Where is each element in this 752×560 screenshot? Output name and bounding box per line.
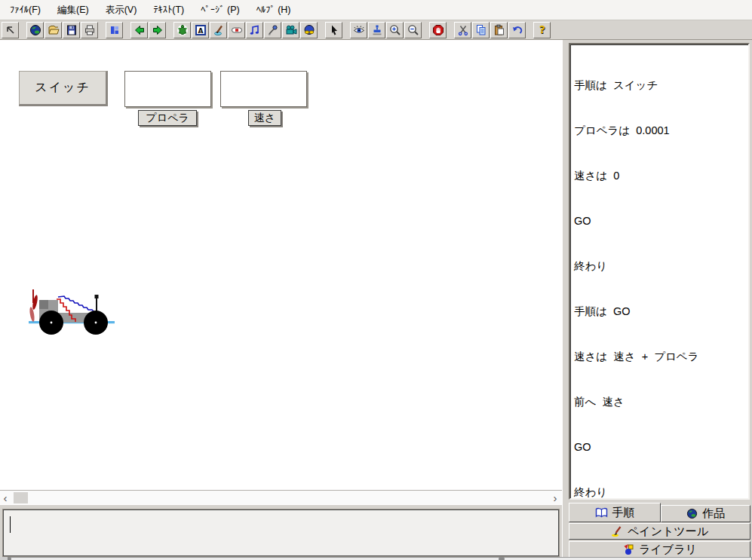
melody-button[interactable] [246,22,263,38]
undo-icon [511,24,523,36]
undo-button[interactable] [508,22,526,38]
movie-camera-icon [285,24,297,36]
paste-icon [493,24,505,36]
speed-textbox[interactable] [220,71,307,107]
page-layout-icon [109,24,121,36]
pen-tool-button[interactable] [210,22,227,38]
speed-textbox-label: 速さ [248,110,281,126]
forward-button[interactable] [149,22,166,38]
zoom-in-button[interactable] [386,22,404,38]
paste-button[interactable] [490,22,508,38]
switch-button[interactable]: スイッチ [19,71,108,106]
presentation-button[interactable] [300,22,318,38]
turtle-car-drawing[interactable] [26,286,118,338]
paintbrush-icon [611,525,623,537]
shapes-icon [622,543,634,555]
code-line: 前へ 速さ [574,394,747,409]
page-canvas[interactable]: スイッチ プロペラ 速さ [0,40,562,490]
code-line: GO [574,213,747,228]
copy-icon [475,24,487,36]
back-arrow-icon [134,24,146,36]
eye-button[interactable] [350,22,367,38]
copy-button[interactable] [472,22,490,38]
text-caret [10,516,11,533]
melody-icon [249,24,261,36]
open-folder-icon [48,24,60,36]
print-button[interactable] [81,22,98,38]
zoom-in-icon [389,24,401,36]
menu-help[interactable]: ﾍﾙﾌﾟ (H) [248,1,299,19]
zoom-out-button[interactable] [404,22,422,38]
right-panel: 手順は スイッチ プロペラは 0.0001 速さは 0 GO 終わり 手順は G… [562,40,752,560]
command-input[interactable] [3,510,559,556]
tab-paint-tools-label: ペイントツール [628,525,708,539]
save-button[interactable] [63,22,80,38]
help-icon: ?? [536,24,548,36]
zoom-out-icon [407,24,419,36]
svg-text:A: A [198,26,203,34]
scrollbar-thumb[interactable] [14,492,28,503]
code-line: 速さは 速さ + プロペラ [574,349,747,364]
pen-tool-icon [213,24,225,36]
tab-library[interactable]: ライブラリ [569,541,750,558]
stop-hand-icon [432,24,444,36]
scroll-left-arrow[interactable]: ‹ [0,491,11,504]
menu-page[interactable]: ﾍﾟｰｼﾞ (P) [192,1,247,19]
toolbar: A ?? [0,20,752,40]
scroll-right-arrow[interactable]: › [550,491,560,504]
back-button[interactable] [130,22,148,38]
code-line: GO [574,439,747,454]
code-line: 手順は スイッチ [574,78,747,93]
code-line: 終わり [574,259,747,274]
cut-button[interactable] [454,22,471,38]
movie-button[interactable] [282,22,299,38]
tab-procedures[interactable]: 手順 [569,503,661,522]
turtle-icon [176,24,189,36]
cut-icon [457,24,469,36]
command-zone [0,504,562,560]
code-line: 終わり [574,485,747,500]
horizontal-scrollbar[interactable]: ‹ › [0,490,562,504]
propeller-textbox-label: プロペラ [138,110,197,126]
menu-view[interactable]: 表示(V) [97,0,146,20]
globe-button[interactable] [26,22,44,38]
globe-icon [29,24,41,36]
globe-icon [686,508,698,519]
cursor-button[interactable] [325,22,342,38]
text-icon: A [195,24,207,36]
print-icon [84,24,96,36]
cursor-icon [328,24,340,36]
stamp-icon [371,24,383,36]
code-line: プロペラは 0.0001 [574,123,747,138]
presentation-globe-icon [303,24,315,36]
stop-button[interactable] [429,22,447,38]
open-button[interactable] [45,22,62,38]
eye-icon [353,24,365,36]
tab-works[interactable]: 作品 [661,505,750,522]
save-icon [66,24,78,36]
tab-procedures-label: 手順 [612,506,635,520]
tab-paint-tools[interactable]: ペイントツール [569,523,750,540]
turtle-button[interactable] [173,22,191,38]
button-tool-button[interactable] [228,22,245,38]
stamp-button[interactable] [368,22,385,38]
tab-library-label: ライブラリ [639,543,697,557]
button-tool-icon [231,24,243,36]
background-window-edge [0,557,752,560]
microphone-icon [267,24,279,36]
text-button[interactable]: A [192,22,209,38]
propeller-textbox[interactable] [124,71,211,107]
code-line: 手順は GO [574,304,747,319]
select-arrow-icon [5,24,17,36]
record-button[interactable] [264,22,281,38]
select-arrow-button[interactable] [2,22,19,38]
menu-bar: ﾌｧｲﾙ(F) 編集(E) 表示(V) ﾃｷｽﾄ(T) ﾍﾟｰｼﾞ (P) ﾍﾙ… [0,0,752,20]
help-button[interactable]: ?? [533,22,551,38]
book-icon [595,507,608,519]
page-layout-button[interactable] [106,22,123,38]
menu-file[interactable]: ﾌｧｲﾙ(F) [2,1,49,19]
menu-edit[interactable]: 編集(E) [49,0,97,20]
tab-works-label: 作品 [702,506,725,521]
menu-text[interactable]: ﾃｷｽﾄ(T) [145,1,192,19]
procedures-code-editor[interactable]: 手順は スイッチ プロペラは 0.0001 速さは 0 GO 終わり 手順は G… [569,43,750,500]
